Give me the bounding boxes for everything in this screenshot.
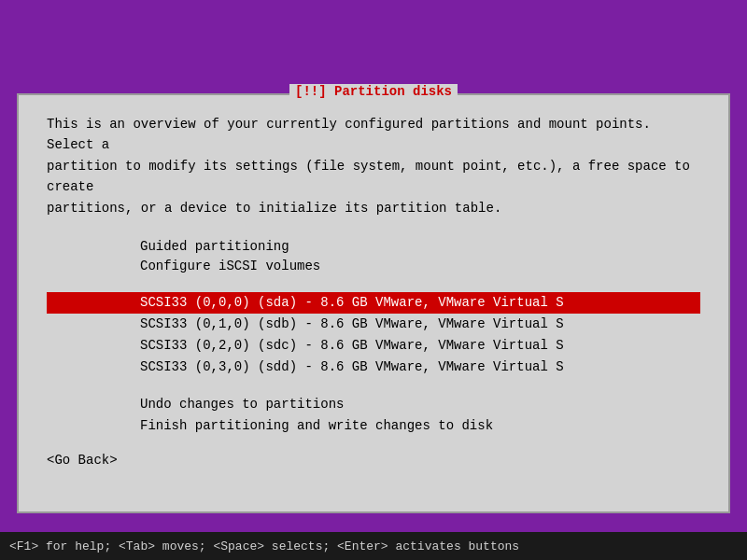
status-bar: <F1> for help; <Tab> moves; <Space> sele… <box>0 532 747 560</box>
dialog-content: This is an overview of your currently co… <box>19 95 728 489</box>
iscsi-item[interactable]: Configure iSCSI volumes <box>47 257 700 276</box>
description-line-2: partition to modify its settings (file s… <box>47 159 690 194</box>
divider-2 <box>47 385 700 386</box>
partition-list: Guided partitioning Configure iSCSI volu… <box>47 237 700 437</box>
disk-item-3[interactable]: SCSI33 (0,3,0) (sdd) - 8.6 GB VMware, VM… <box>47 357 700 378</box>
undo-item[interactable]: Undo changes to partitions <box>47 394 700 415</box>
description-line-1: This is an overview of your currently co… <box>47 117 651 152</box>
divider-1 <box>47 284 700 285</box>
guided-partitioning-item[interactable]: Guided partitioning <box>47 237 700 257</box>
disk-item-2[interactable]: SCSI33 (0,2,0) (sdc) - 8.6 GB VMware, VM… <box>47 335 700 357</box>
disk-item-1[interactable]: SCSI33 (0,1,0) (sdb) - 8.6 GB VMware, VM… <box>47 314 700 335</box>
description-text: This is an overview of your currently co… <box>47 114 700 218</box>
dialog-title: [!!] Partition disks <box>289 84 458 99</box>
disk-item-0[interactable]: SCSI33 (0,0,0) (sda) - 8.6 GB VMware, VM… <box>47 292 700 314</box>
go-back-button[interactable]: <Go Back> <box>47 451 700 470</box>
status-text: <F1> for help; <Tab> moves; <Space> sele… <box>9 539 519 553</box>
partition-dialog: [!!] Partition disks This is an overview… <box>17 93 730 513</box>
description-line-3: partitions, or a device to initialize it… <box>47 201 501 216</box>
finish-item[interactable]: Finish partitioning and write changes to… <box>47 415 700 437</box>
